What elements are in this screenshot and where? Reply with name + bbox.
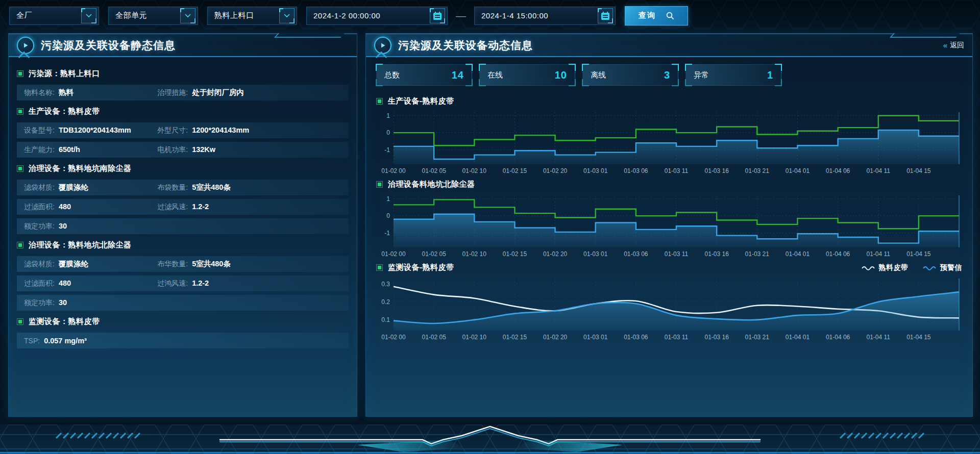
- info-row: 过滤面积:480过滤风速:1.2-2: [17, 199, 349, 215]
- green-square-bullet-icon: [376, 264, 383, 271]
- info-value: 480: [59, 203, 71, 211]
- dashboard-page: { "topbar": { "selects": [ {"value": "全厂…: [0, 0, 980, 454]
- info-label: 外型尺寸:: [157, 126, 188, 135]
- double-chevron-left-icon: «: [943, 41, 946, 49]
- info-value: TDB1200*204143mm: [59, 126, 131, 134]
- info-value: 覆膜涤纶: [59, 259, 88, 269]
- section-title: 生产设备：熟料皮带: [17, 104, 349, 119]
- stat-value: 3: [664, 69, 670, 81]
- info-label: 过滤风速:: [157, 203, 188, 212]
- chart-title-row: 治理设备料地坑北除尘器: [376, 178, 962, 191]
- date-to-picker[interactable]: 2024-1-4 15:00:00: [474, 7, 616, 25]
- dynamic-panel-header: 污染源及关联设备动态信息 « 返回: [366, 34, 972, 57]
- select-unit-value: 全部单元: [115, 11, 147, 20]
- stat-box: 总数14: [376, 64, 472, 86]
- legend-item[interactable]: 熟料皮带: [862, 263, 909, 272]
- svg-text:01-03 06: 01-03 06: [624, 334, 648, 341]
- section-title-label: 治理设备：熟料地坑南除尘器: [29, 164, 132, 173]
- svg-text:01-04 15: 01-04 15: [906, 167, 931, 174]
- info-label: 治理措施:: [157, 88, 188, 97]
- svg-text:01-04 15: 01-04 15: [906, 334, 931, 341]
- calendar-icon[interactable]: [598, 8, 613, 23]
- svg-text:01-04 11: 01-04 11: [866, 334, 890, 341]
- header-notch-decoration: [274, 33, 345, 38]
- info-cell: 滤袋材质:覆膜涤纶: [24, 259, 157, 269]
- select-plant[interactable]: 全厂: [9, 7, 99, 25]
- svg-text:01-04 01: 01-04 01: [786, 334, 810, 341]
- svg-text:01-03 11: 01-03 11: [665, 250, 689, 258]
- svg-text:01-04 06: 01-04 06: [826, 167, 850, 174]
- chevron-down-icon[interactable]: [180, 8, 195, 23]
- chart-title-row: 监测设备-熟料皮带熟料皮带预警信: [376, 261, 962, 274]
- svg-text:01-03 01: 01-03 01: [583, 250, 608, 258]
- info-cell: 布袋数量:5室共480条: [157, 183, 231, 192]
- info-label: 过滤面积:: [24, 279, 55, 288]
- info-value: 处于封闭厂房内: [192, 88, 244, 97]
- legend-label: 预警信: [940, 263, 963, 272]
- chevron-down-icon[interactable]: [279, 8, 295, 23]
- section-title: 监测设备：熟料皮带: [17, 314, 349, 329]
- chart-plot-area[interactable]: 10-101-02 0001-02 0501-02 1001-02 1501-0…: [376, 192, 962, 260]
- chart-block: 监测设备-熟料皮带熟料皮带预警信0.30.20.101-02 0001-02 0…: [376, 261, 962, 343]
- stat-label: 异常: [694, 70, 709, 80]
- info-value: 30: [59, 222, 67, 230]
- chart-title-label: 生产设备-熟料皮带: [388, 96, 454, 106]
- svg-text:01-04 11: 01-04 11: [866, 250, 890, 258]
- chart-plot-area[interactable]: 10-101-02 0001-02 0501-02 1001-02 1501-0…: [376, 109, 962, 176]
- main-content: 污染源及关联设备静态信息 污染源：熟料上料口物料名称:熟料治理措施:处于封闭厂房…: [0, 30, 980, 417]
- static-panel-title: 污染源及关联设备静态信息: [41, 38, 176, 53]
- chart-title-row: 生产设备-熟料皮带: [376, 94, 962, 108]
- info-row: 滤袋材质:覆膜涤纶布袋数量:5室共480条: [17, 180, 349, 195]
- static-panel-body: 污染源：熟料上料口物料名称:熟料治理措施:处于封闭厂房内生产设备：熟料皮带设备型…: [9, 57, 357, 348]
- dynamic-panel-body: 总数14在线10离线3异常1 生产设备-熟料皮带10-101-02 0001-0…: [366, 57, 972, 343]
- svg-text:01-03 11: 01-03 11: [665, 334, 689, 341]
- svg-text:01-02 15: 01-02 15: [503, 250, 527, 258]
- select-source[interactable]: 熟料上料口: [207, 7, 297, 25]
- dynamic-info-panel: 污染源及关联设备动态信息 « 返回 总数14在线10离线3异常1 生产设备-熟料…: [365, 33, 973, 417]
- legend-item[interactable]: 预警信: [923, 263, 963, 272]
- info-row: 生产能力:650t/h电机功率:132Kw: [17, 142, 349, 158]
- corner-decoration: [376, 79, 383, 86]
- query-button[interactable]: 查询: [625, 6, 688, 26]
- info-value: 覆膜涤纶: [59, 183, 88, 192]
- svg-text:01-02 05: 01-02 05: [422, 250, 446, 258]
- play-circle-icon: [17, 37, 34, 54]
- static-panel-header: 污染源及关联设备静态信息: [9, 34, 357, 57]
- svg-text:0: 0: [386, 212, 390, 219]
- date-range-separator: —: [456, 7, 466, 25]
- select-unit[interactable]: 全部单元: [108, 7, 198, 25]
- stat-label: 总数: [384, 70, 400, 80]
- device-stats-row: 总数14在线10离线3异常1: [376, 64, 962, 86]
- static-info-panel: 污染源及关联设备静态信息 污染源：熟料上料口物料名称:熟料治理措施:处于封闭厂房…: [8, 33, 357, 417]
- svg-text:-1: -1: [384, 230, 390, 237]
- svg-text:0.1: 0.1: [381, 316, 390, 323]
- info-label: 布华数量:: [157, 260, 188, 269]
- chevron-down-icon[interactable]: [81, 8, 96, 23]
- info-value: 熟料: [59, 88, 74, 97]
- chart-plot-area[interactable]: 0.30.20.101-02 0001-02 0501-02 1001-02 1…: [376, 275, 962, 343]
- svg-text:01-02 15: 01-02 15: [503, 167, 527, 174]
- chart-block: 生产设备-熟料皮带10-101-02 0001-02 0501-02 1001-…: [376, 94, 962, 176]
- calendar-icon[interactable]: [430, 8, 445, 23]
- info-row: 滤袋材质:覆膜涤纶布华数量:5室共480条: [17, 256, 349, 272]
- stat-label: 离线: [591, 70, 606, 80]
- svg-text:1: 1: [386, 195, 390, 203]
- svg-text:0: 0: [386, 129, 390, 136]
- svg-text:01-02 00: 01-02 00: [381, 334, 406, 341]
- svg-text:01-03 11: 01-03 11: [665, 167, 689, 174]
- date-from-value: 2024-1-2 00:00:00: [313, 11, 380, 20]
- svg-text:01-03 01: 01-03 01: [583, 334, 608, 341]
- green-square-bullet-icon: [17, 242, 23, 248]
- svg-text:01-03 16: 01-03 16: [704, 334, 729, 341]
- stat-box: 在线10: [479, 64, 575, 86]
- info-label: 电机功率:: [157, 145, 188, 155]
- svg-text:0.3: 0.3: [381, 281, 390, 288]
- svg-text:01-03 06: 01-03 06: [624, 167, 648, 174]
- svg-text:01-04 01: 01-04 01: [786, 250, 810, 258]
- query-button-label: 查询: [639, 11, 656, 20]
- svg-text:01-04 15: 01-04 15: [906, 250, 931, 258]
- info-value: 5室共480条: [192, 259, 231, 269]
- back-button[interactable]: « 返回: [943, 41, 964, 50]
- info-cell: 滤袋材质:覆膜涤纶: [24, 183, 157, 192]
- date-from-picker[interactable]: 2024-1-2 00:00:00: [306, 7, 448, 25]
